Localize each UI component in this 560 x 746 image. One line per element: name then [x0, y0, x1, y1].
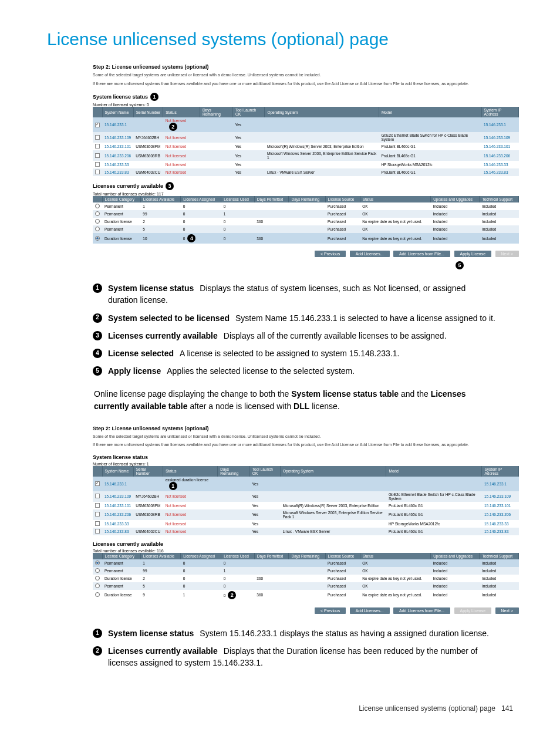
row-radio[interactable] — [95, 236, 100, 241]
row-radio[interactable] — [95, 227, 100, 231]
table-row[interactable]: Duration license9102360PurchasedNo expir… — [93, 590, 519, 600]
callout-number: 4 — [93, 349, 102, 358]
step-title: Step 2: License unlicensed systems (opti… — [93, 64, 519, 70]
operating-system — [265, 117, 379, 132]
add-licenses-button[interactable]: Add Licenses... — [350, 251, 390, 257]
callout-number: 2 — [93, 313, 102, 323]
licenses-assigned: 0 — [181, 202, 221, 210]
add-licenses-button[interactable]: Add Licenses... — [350, 607, 390, 614]
row-checkbox[interactable] — [95, 153, 100, 158]
operating-system — [265, 161, 379, 168]
row-radio[interactable] — [95, 576, 100, 580]
licenses-used: 0 — [221, 218, 255, 225]
table-row[interactable]: 15.146.233.206USM63608RBNot licensedYesM… — [93, 509, 519, 520]
row-radio[interactable] — [95, 204, 100, 208]
license-category: Duration license — [102, 575, 140, 582]
model: ProLiant BL460c G1 — [379, 168, 481, 176]
column-header: System Name — [102, 466, 133, 477]
table-row[interactable]: 15.146.233.33Not licensedYesHP StorageWo… — [93, 520, 519, 528]
row-radio[interactable] — [95, 592, 100, 597]
table-row[interactable]: Permanent500PurchasedOKIncludedIncluded — [93, 582, 519, 590]
column-header: Days Permitted — [254, 196, 289, 202]
system-license-status-table: System NameSerial NumberStatusDays Remai… — [93, 107, 519, 176]
row-checkbox[interactable] — [95, 503, 100, 508]
days-remaining — [289, 233, 325, 244]
previous-button[interactable]: < Previous — [315, 251, 346, 257]
add-licenses-from-file-button[interactable]: Add Licenses from File... — [393, 607, 450, 614]
license-source: Purchased — [325, 202, 360, 210]
table-row[interactable]: 15.146.233.33Not licensedYesHP StorageWo… — [93, 161, 519, 168]
callout-item: 5Apply licenseApplies the selected licen… — [93, 365, 495, 377]
row-checkbox[interactable] — [95, 170, 100, 174]
days-remaining — [289, 210, 325, 218]
model: ProLiant BL460c G1 — [379, 143, 481, 150]
licenses-used: 0 — [221, 559, 255, 567]
callout-item: 4License selectedA license is selected t… — [93, 347, 495, 359]
table-row[interactable]: Permanent9901PurchasedOKIncludedIncluded — [93, 210, 519, 218]
table-row[interactable]: 15.146.233.109MYJ64602BHNot licensedYesG… — [93, 491, 519, 502]
ip-address: 15.146.233.1 — [481, 117, 518, 132]
licenses-used: 0 — [221, 582, 255, 590]
row-checkbox[interactable] — [95, 512, 100, 517]
table-row[interactable]: 15.146.233.83USM64002CUNot licensedYesLi… — [93, 168, 519, 176]
model — [386, 477, 482, 491]
licenses-available: 1 — [140, 559, 180, 567]
column-header: Licenses Assigned — [181, 196, 221, 202]
technical-support: Included — [480, 582, 519, 590]
row-checkbox[interactable] — [95, 144, 100, 148]
table-row[interactable]: 15.146.233.206USM63608RBNot licensedYesM… — [93, 150, 519, 161]
status: OK — [360, 210, 431, 218]
row-radio[interactable] — [95, 568, 100, 573]
callout-marker-2: 2 — [228, 591, 236, 599]
days-permitted: 360 — [254, 590, 289, 600]
table-row[interactable]: Duration license200360PurchasedNo expire… — [93, 575, 519, 582]
table-row[interactable]: 15.146.233.1assigned duration license1Ye… — [93, 477, 519, 491]
days-remaining — [218, 509, 250, 520]
license-category: Duration license — [102, 218, 140, 225]
row-checkbox[interactable] — [95, 123, 100, 127]
callout-marker-1: 1 — [150, 93, 158, 101]
column-header: License Source — [325, 196, 360, 202]
row-checkbox[interactable] — [95, 521, 100, 526]
row-radio[interactable] — [95, 561, 100, 565]
apply-license-button[interactable]: Apply License — [454, 251, 492, 257]
next-button[interactable]: Next > — [495, 607, 519, 614]
column-header: Tool Launch OK — [233, 107, 265, 117]
table-row[interactable]: Permanent9901PurchasedOKIncludedIncluded — [93, 567, 519, 575]
table-row[interactable]: Permanent500PurchasedOKIncludedIncluded — [93, 225, 519, 233]
screenshot-1: Step 2: License unlicensed systems (opti… — [93, 64, 519, 269]
table-row[interactable]: 15.146.233.101USM63608PMNot licensedYesM… — [93, 502, 519, 509]
callout-term: Licenses currently available — [108, 646, 218, 656]
row-radio[interactable] — [95, 583, 100, 588]
status-cell: Not licensed — [163, 161, 200, 168]
model: ProLiant BL460c G1 — [386, 502, 482, 509]
model: GbE2c Ethernet Blade Switch for HP c-Cla… — [386, 491, 482, 502]
row-checkbox[interactable] — [95, 529, 100, 534]
table-row[interactable]: Duration license10040360PurchasedNo expi… — [93, 233, 519, 244]
apply-license-button: Apply License — [454, 607, 492, 614]
column-header — [93, 466, 102, 477]
status-cell: Not licensed — [163, 491, 218, 502]
table-row[interactable]: Permanent100PurchasedOKIncludedIncluded — [93, 202, 519, 210]
row-checkbox[interactable] — [95, 162, 100, 167]
table-row[interactable]: 15.146.233.1Not licensed2Yes15.146.233.1 — [93, 117, 519, 132]
add-licenses-from-file-button[interactable]: Add Licenses from File... — [393, 251, 450, 257]
table-row[interactable]: Permanent100PurchasedOKIncludedIncluded — [93, 559, 519, 567]
row-checkbox[interactable] — [95, 494, 100, 498]
table-row[interactable]: 15.146.233.109MYJ64602BHNot licensedYesG… — [93, 132, 519, 143]
serial-number: USM64002CU — [133, 528, 163, 535]
table-row[interactable]: 15.146.233.101USM63608PMNot licensedYesM… — [93, 143, 519, 150]
column-header: Model — [386, 466, 482, 477]
row-radio[interactable] — [95, 211, 100, 216]
license-category: Permanent — [102, 225, 140, 233]
technical-support: Included — [480, 590, 519, 600]
ip-address: 15.146.233.101 — [482, 502, 519, 509]
table-row[interactable]: 15.146.233.83USM64002CUNot licensedYesLi… — [93, 528, 519, 535]
license-source: Purchased — [325, 218, 360, 225]
previous-button[interactable]: < Previous — [315, 607, 346, 614]
row-radio[interactable] — [95, 219, 100, 224]
row-checkbox[interactable] — [95, 135, 100, 140]
row-checkbox[interactable] — [95, 481, 100, 486]
model: HP StorageWorks MSA2012fc — [379, 161, 481, 168]
table-row[interactable]: Duration license200360PurchasedNo expire… — [93, 218, 519, 225]
